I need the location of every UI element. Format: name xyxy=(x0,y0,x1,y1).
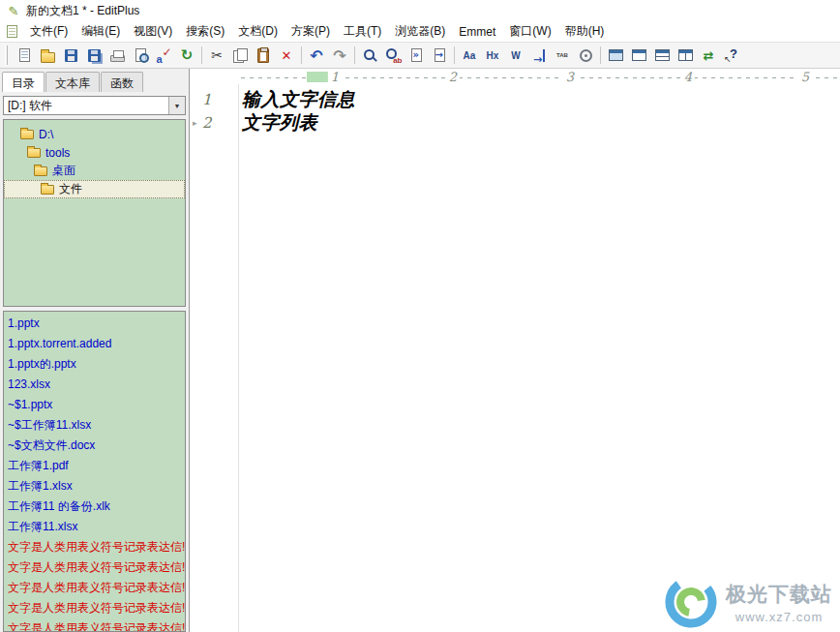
spell-check-icon xyxy=(157,48,171,63)
window-title: 新的文档1 * - EditPlus xyxy=(26,3,139,19)
line-text: 输入文字信息 xyxy=(234,87,355,112)
tab-cliptext[interactable]: 文本库 xyxy=(45,72,100,92)
paste-button[interactable] xyxy=(252,45,275,66)
file-item[interactable]: ~$文档文件.docx xyxy=(8,436,185,456)
file-item[interactable]: 工作簿11 的备份.xlk xyxy=(8,497,185,517)
file-item[interactable]: 文字是人类用表义符号记录表达信! xyxy=(8,557,185,578)
toolbar-separator xyxy=(354,46,355,64)
case-toggle-button[interactable]: Aa xyxy=(458,45,481,66)
file-item[interactable]: 工作簿11.xlsx xyxy=(8,517,185,537)
ruler-number: 3 xyxy=(563,70,577,84)
browser-window-button[interactable] xyxy=(627,45,650,66)
split-vertical-button[interactable] xyxy=(674,45,697,66)
watermark-site-name: 极光下载站 xyxy=(726,581,832,608)
menu-project[interactable]: 方案(P) xyxy=(285,20,337,43)
ruler: 1 2 3 4 5 xyxy=(190,69,840,84)
hex-view-button[interactable]: Hx xyxy=(481,45,504,66)
menu-help[interactable]: 帮助(H) xyxy=(558,20,612,43)
menu-document[interactable]: 文档(D) xyxy=(231,20,285,43)
folder-icon xyxy=(27,148,41,158)
save-all-button[interactable] xyxy=(82,45,105,66)
word-wrap-button[interactable]: W xyxy=(504,45,527,66)
file-item[interactable]: ~$1.pptx xyxy=(8,395,185,415)
save-button[interactable] xyxy=(59,45,82,66)
menu-bar: 文件(F) 编辑(E) 视图(V) 搜索(S) 文档(D) 方案(P) 工具(T… xyxy=(0,21,840,42)
editplus-app-icon xyxy=(7,4,20,17)
split-horizontal-button[interactable] xyxy=(650,45,674,66)
file-list: 1.pptx 1.pptx.torrent.added 1.pptx的.pptx… xyxy=(3,311,186,632)
save-all-icon xyxy=(88,49,101,62)
spell-check-button[interactable] xyxy=(152,45,175,66)
toolbar-grip[interactable] xyxy=(5,45,8,65)
delete-button[interactable] xyxy=(275,45,298,66)
new-document-button[interactable] xyxy=(13,45,36,66)
sync-icon xyxy=(704,46,714,64)
current-line-marker-icon: ▸ xyxy=(193,118,197,128)
tree-item-tools[interactable]: tools xyxy=(4,143,185,162)
save-icon xyxy=(65,49,77,62)
new-document-icon xyxy=(19,48,30,62)
tab-directory[interactable]: 目录 xyxy=(2,72,45,92)
cut-button[interactable] xyxy=(205,45,228,66)
title-bar: 新的文档1 * - EditPlus xyxy=(0,0,840,21)
preferences-button[interactable] xyxy=(574,45,597,66)
folder-icon xyxy=(34,166,47,176)
toolbar-separator xyxy=(600,46,601,64)
file-item[interactable]: 123.xlsx xyxy=(8,375,185,395)
cut-icon xyxy=(211,46,223,64)
text-editing-area[interactable]: 1 输入文字信息 ▸ 2 文字列表 xyxy=(190,84,840,632)
open-file-button[interactable] xyxy=(36,45,59,66)
undo-button[interactable] xyxy=(305,45,328,66)
file-item[interactable]: ~$工作簿11.xlsx xyxy=(8,415,185,436)
drive-selector[interactable]: [D:] 软件 xyxy=(3,96,186,115)
file-item[interactable]: 1.pptx xyxy=(8,314,185,334)
tree-item-desktop[interactable]: 桌面 xyxy=(4,162,185,180)
goto-line-button[interactable] xyxy=(428,45,451,66)
replace-button[interactable] xyxy=(381,45,405,66)
tab-settings-button[interactable]: TAB xyxy=(551,45,574,66)
tree-item-d-drive[interactable]: D:\ xyxy=(4,125,185,143)
reload-icon xyxy=(181,46,194,64)
editor-pane[interactable]: 1 2 3 4 5 1 输入文字信息 ▸ 2 文字列表 极光下载站 xyxy=(190,69,840,632)
chevron-down-icon[interactable] xyxy=(168,97,185,114)
find-next-button[interactable] xyxy=(405,45,428,66)
reload-button[interactable] xyxy=(175,45,198,66)
ruler-number: 1 xyxy=(328,70,342,84)
toolbar-separator xyxy=(301,46,302,64)
menu-search[interactable]: 搜索(S) xyxy=(179,20,231,43)
file-item[interactable]: 工作簿1.pdf xyxy=(8,456,185,476)
fullscreen-icon xyxy=(609,49,623,61)
file-item[interactable]: 文字是人类用表义符号记录表达信! xyxy=(8,618,185,632)
redo-icon xyxy=(333,46,345,65)
file-item[interactable]: 文字是人类用表义符号记录表达信! xyxy=(8,578,185,598)
file-item[interactable]: 1.pptx的.pptx xyxy=(8,354,185,375)
indent-button[interactable] xyxy=(527,45,551,66)
file-item[interactable]: 文字是人类用表义符号记录表达信! xyxy=(8,537,185,557)
tab-functions[interactable]: 函数 xyxy=(101,72,143,92)
file-item[interactable]: 1.pptx.torrent.added xyxy=(8,334,185,354)
menu-file[interactable]: 文件(F) xyxy=(23,20,75,43)
context-help-button[interactable] xyxy=(720,45,743,66)
print-button[interactable] xyxy=(105,45,129,66)
file-item[interactable]: 工作簿1.xlsx xyxy=(8,476,185,497)
gear-icon xyxy=(580,49,592,62)
redo-button[interactable] xyxy=(328,45,351,66)
print-preview-button[interactable] xyxy=(129,45,152,66)
menu-view[interactable]: 视图(V) xyxy=(127,20,179,43)
editor-line-1: 1 输入文字信息 xyxy=(190,88,840,111)
sync-scroll-button[interactable] xyxy=(697,45,720,66)
menu-browser[interactable]: 浏览器(B) xyxy=(388,20,452,43)
menu-emmet[interactable]: Emmet xyxy=(452,22,502,42)
copy-button[interactable] xyxy=(228,45,252,66)
file-item[interactable]: 文字是人类用表义符号记录表达信! xyxy=(8,598,185,618)
fullscreen-button[interactable] xyxy=(604,45,627,66)
tree-item-files[interactable]: 文件 xyxy=(4,180,185,198)
menu-window[interactable]: 窗口(W) xyxy=(502,20,557,43)
menu-edit[interactable]: 编辑(E) xyxy=(75,20,127,43)
delete-icon xyxy=(282,46,292,64)
menu-tools[interactable]: 工具(T) xyxy=(337,20,388,43)
document-system-icon[interactable] xyxy=(7,25,17,38)
line-text: 文字列表 xyxy=(234,110,317,135)
find-button[interactable] xyxy=(358,45,381,66)
hex-view-icon: Hx xyxy=(487,50,499,61)
